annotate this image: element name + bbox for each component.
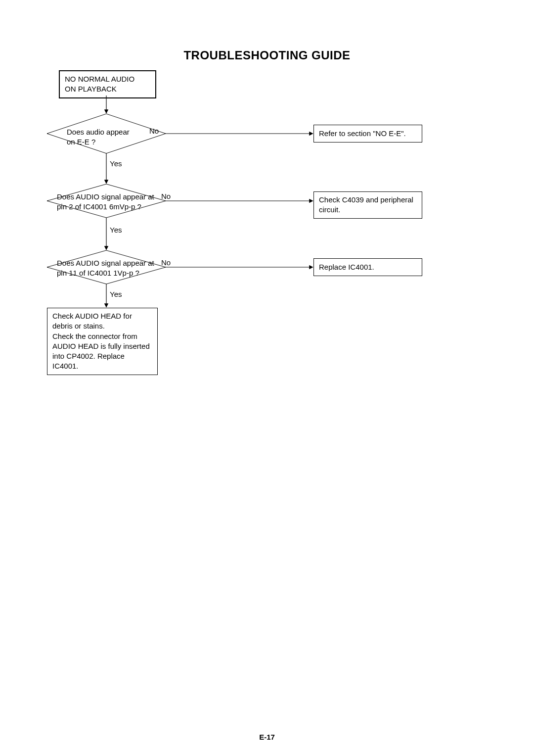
decision-1: Does audio appear on E-E ? xyxy=(67,127,146,147)
decision-1-line1: Does audio appear xyxy=(67,128,130,136)
page-number: E-17 xyxy=(0,733,534,741)
decision-2: Does AUDIO signal appear at pin 2 of IC4… xyxy=(57,192,161,212)
decision-3-line2: pin 11 of IC4001 1Vp-p ? xyxy=(57,269,139,277)
decision-1-line2: on E-E ? xyxy=(67,138,95,146)
connectors xyxy=(0,0,534,756)
page: TROUBLESHOOTING GUIDE NO NORMAL AUDIO ON… xyxy=(0,0,534,756)
decision-2-line2: pin 2 of IC4001 6mVp-p ? xyxy=(57,202,141,211)
decision-2-line1: Does AUDIO signal appear at xyxy=(57,192,154,201)
decision-3: Does AUDIO signal appear at pin 11 of IC… xyxy=(57,258,161,279)
decision-3-line1: Does AUDIO signal appear at xyxy=(57,259,154,267)
